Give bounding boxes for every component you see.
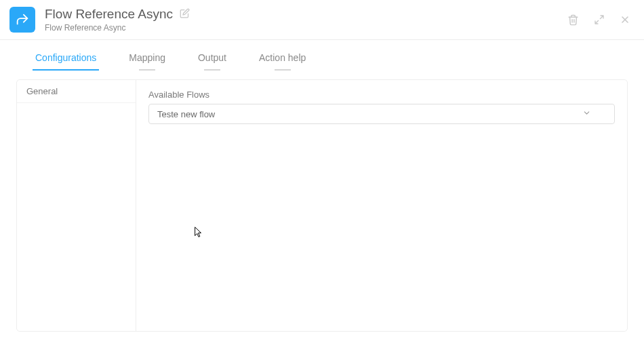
- app-icon: [9, 7, 35, 33]
- cursor-icon: [193, 227, 204, 241]
- page-title: Flow Reference Async: [45, 7, 173, 22]
- share-arrow-icon: [15, 12, 30, 27]
- chevron-down-icon: [582, 109, 591, 119]
- tab-output[interactable]: Output: [195, 47, 229, 70]
- available-flows-select[interactable]: Teste new flow: [148, 104, 615, 124]
- available-flows-value: Teste new flow: [157, 109, 215, 119]
- config-sidebar: General: [17, 80, 136, 331]
- header: Flow Reference Async Flow Reference Asyn…: [0, 0, 644, 40]
- tab-action-help[interactable]: Action help: [256, 47, 308, 70]
- sidebar-item-general[interactable]: General: [17, 80, 136, 103]
- available-flows-label: Available Flows: [148, 90, 615, 100]
- close-icon[interactable]: [620, 14, 630, 25]
- config-content: Available Flows Teste new flow: [136, 80, 627, 331]
- config-panel: General Available Flows Teste new flow: [16, 79, 628, 332]
- title-block: Flow Reference Async Flow Reference Asyn…: [45, 7, 567, 33]
- trash-icon[interactable]: [567, 14, 579, 26]
- header-actions: [567, 14, 630, 26]
- expand-icon[interactable]: [594, 14, 605, 25]
- tabs: Configurations Mapping Output Action hel…: [0, 47, 644, 70]
- tab-mapping[interactable]: Mapping: [126, 47, 168, 70]
- page-subtitle: Flow Reference Async: [45, 23, 567, 33]
- edit-icon[interactable]: [180, 8, 190, 21]
- tab-configurations[interactable]: Configurations: [33, 47, 99, 70]
